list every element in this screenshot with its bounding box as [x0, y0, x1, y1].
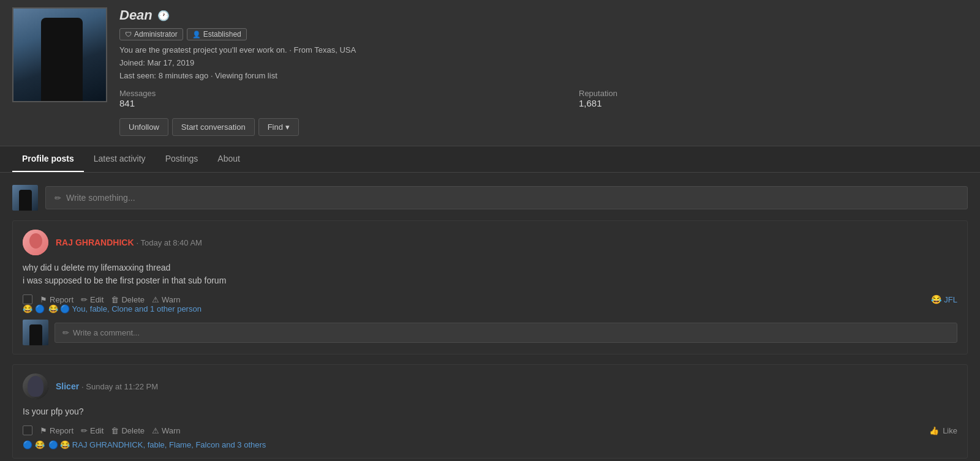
reaction-name-raj: JFL — [944, 295, 957, 304]
action-buttons: Unfollow Start conversation Find ▾ — [119, 118, 980, 136]
reactions-summary-raj: 😂 🔵 😂 🔵 You, fable, Clone and 1 other pe… — [23, 304, 957, 313]
report-button-raj[interactable]: ⚑ Report — [40, 295, 74, 304]
post-body-raj: why did u delete my lifemaxxing thread i… — [23, 261, 957, 287]
stat-messages: Messages 841 — [119, 89, 193, 108]
write-something-input[interactable]: ✏ Write something... — [45, 186, 968, 209]
profile-last-seen: Last seen: 8 minutes ago · Viewing forum… — [119, 71, 980, 80]
warn-icon-slicer: ⚠ — [152, 426, 159, 435]
tab-postings[interactable]: Postings — [156, 146, 208, 172]
edit-button-raj[interactable]: ✏ Edit — [81, 295, 104, 304]
main-content: ✏ Write something... RAJ GHRANDHICK · To… — [0, 173, 980, 461]
shield-icon: 🛡 — [125, 31, 132, 38]
tab-about[interactable]: About — [208, 146, 250, 172]
user-icon: 👤 — [192, 31, 201, 39]
post-timestamp-raj: Today at 8:40 AM — [140, 238, 202, 247]
reactions-emojis-raj: 😂 🔵 — [23, 304, 45, 313]
post-author-slicer[interactable]: Slicer — [56, 381, 79, 391]
find-button[interactable]: Find ▾ — [258, 118, 299, 136]
profile-name: Dean — [119, 7, 153, 23]
stats-row: Messages 841 Reputation 1,681 Points 93 — [119, 89, 980, 108]
pencil-icon: ✏ — [55, 193, 61, 203]
write-box: ✏ Write something... — [12, 185, 968, 211]
like-button-slicer[interactable]: 👍 Like — [929, 426, 957, 435]
delete-button-slicer[interactable]: 🗑 Delete — [111, 426, 145, 435]
delete-icon: 🗑 — [111, 295, 119, 304]
post-header-slicer: Slicer · Sunday at 11:22 PM — [23, 373, 957, 399]
delete-icon-slicer: 🗑 — [111, 426, 119, 435]
write-comment-input-raj[interactable]: ✏ Write a comment... — [55, 323, 957, 343]
post-avatar-slicer — [23, 373, 48, 399]
post-meta: RAJ GHRANDHICK · Today at 8:40 AM — [56, 238, 957, 247]
post-meta-slicer: Slicer · Sunday at 11:22 PM — [56, 381, 957, 391]
post-checkbox-slicer[interactable] — [23, 425, 32, 435]
current-user-avatar — [12, 185, 38, 211]
edit-button-slicer[interactable]: ✏ Edit — [81, 426, 104, 435]
post-card: RAJ GHRANDHICK · Today at 8:40 AM why di… — [12, 220, 968, 354]
badge-established: 👤 Established — [187, 28, 247, 40]
comment-avatar-raj — [23, 320, 48, 345]
report-icon-slicer: ⚑ — [40, 426, 47, 435]
report-button-slicer[interactable]: ⚑ Report — [40, 426, 74, 435]
profile-tagline: You are the greatest project you'll ever… — [119, 45, 980, 54]
post-timestamp-slicer: Sunday at 11:22 PM — [86, 382, 158, 391]
post-header: RAJ GHRANDHICK · Today at 8:40 AM — [23, 230, 957, 255]
reaction-display-raj[interactable]: 😂 JFL — [931, 294, 957, 304]
badges-row: 🛡 Administrator 👤 Established — [119, 28, 980, 40]
profile-header: Dean 🕐 🛡 Administrator 👤 Established You… — [0, 0, 980, 146]
tab-profile-posts[interactable]: Profile posts — [12, 146, 84, 172]
pencil-icon-comment: ✏ — [62, 328, 69, 337]
reaction-emoji-raj: 😂 — [931, 294, 941, 304]
edit-icon: ✏ — [81, 295, 88, 304]
profile-joined: Joined: Mar 17, 2019 — [119, 58, 980, 67]
start-conversation-button[interactable]: Start conversation — [172, 118, 255, 136]
post-checkbox-raj[interactable] — [23, 294, 32, 304]
report-icon: ⚑ — [40, 295, 47, 304]
warn-button-raj[interactable]: ⚠ Warn — [152, 295, 181, 304]
post-body-slicer: Is your pfp you? — [23, 405, 957, 418]
post-actions-slicer: ⚑ Report ✏ Edit 🗑 Delete ⚠ Warn 👍 Like — [23, 425, 957, 435]
post-avatar-raj — [23, 230, 48, 255]
profile-info: Dean 🕐 🛡 Administrator 👤 Established You… — [119, 7, 980, 136]
reactions-summary-slicer: 🔵 😂 🔵 😂 RAJ GHRANDHICK, fable, Flame, Fa… — [23, 440, 957, 449]
tab-latest-activity[interactable]: Latest activity — [84, 146, 156, 172]
profile-avatar — [12, 7, 107, 136]
reaction-emojis-slicer: 🔵 😂 — [23, 440, 45, 449]
stat-reputation: Reputation 1,681 — [579, 89, 652, 108]
comment-box-raj: ✏ Write a comment... — [23, 320, 957, 345]
warn-icon: ⚠ — [152, 295, 159, 304]
history-icon[interactable]: 🕐 — [157, 10, 170, 21]
thumbs-up-icon: 👍 — [929, 426, 939, 435]
delete-button-raj[interactable]: 🗑 Delete — [111, 295, 145, 304]
unfollow-button[interactable]: Unfollow — [119, 118, 168, 136]
edit-icon-slicer: ✏ — [81, 426, 88, 435]
post-author-raj[interactable]: RAJ GHRANDHICK — [56, 238, 134, 247]
warn-button-slicer[interactable]: ⚠ Warn — [152, 426, 181, 435]
post-card-slicer: Slicer · Sunday at 11:22 PM Is your pfp … — [12, 364, 968, 459]
tabs-bar: Profile posts Latest activity Postings A… — [0, 146, 980, 173]
profile-name-row: Dean 🕐 — [119, 7, 980, 23]
badge-administrator: 🛡 Administrator — [119, 28, 183, 40]
post-actions-raj: ⚑ Report ✏ Edit 🗑 Delete ⚠ Warn 😂 JFL — [23, 294, 957, 304]
